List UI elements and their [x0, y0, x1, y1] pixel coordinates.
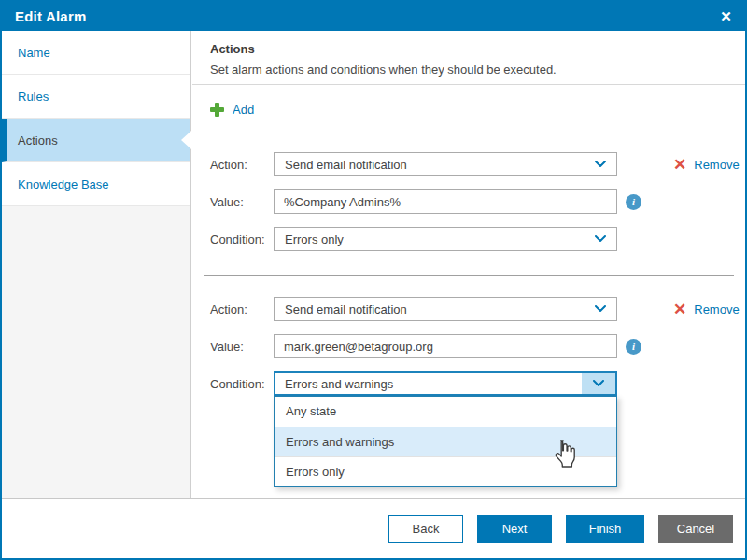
- info-icon[interactable]: i: [626, 339, 641, 355]
- sidebar-item-label: Name: [18, 46, 50, 60]
- condition-select-1[interactable]: Errors only: [274, 227, 617, 251]
- value-label: Value:: [210, 340, 274, 354]
- remove-action-button-2[interactable]: ✕ Remove: [673, 301, 740, 317]
- sidebar-item-knowledge-base[interactable]: Knowledge Base: [2, 162, 190, 206]
- condition-dropdown-list: Any state Errors and warnings Errors onl…: [274, 396, 617, 487]
- step-header: Actions Set alarm actions and conditions…: [192, 31, 747, 85]
- action-block-2: Action: Send email notification ✕ Remove…: [210, 297, 747, 396]
- dialog-footer: Back Next Finish Cancel: [2, 498, 745, 558]
- dropdown-option-errors-only[interactable]: Errors only: [275, 456, 616, 486]
- page-title: Actions: [210, 42, 728, 56]
- sidebar-item-label: Rules: [18, 90, 49, 104]
- add-action-button[interactable]: Add: [210, 103, 254, 117]
- value-label: Value:: [210, 195, 274, 209]
- info-icon[interactable]: i: [626, 194, 641, 210]
- back-button[interactable]: Back: [388, 515, 463, 543]
- action-select-1[interactable]: Send email notification: [274, 152, 617, 176]
- sidebar-item-label: Actions: [18, 133, 58, 147]
- chevron-down-icon: [585, 228, 616, 250]
- condition-select-2-open[interactable]: Errors and warnings: [274, 371, 617, 396]
- edit-alarm-dialog: Edit Alarm ✕ Name Rules Actions Knowledg…: [0, 0, 747, 560]
- close-icon[interactable]: ✕: [720, 9, 732, 23]
- action-select-2[interactable]: Send email notification: [274, 297, 617, 321]
- dropdown-option-any-state[interactable]: Any state: [275, 397, 616, 427]
- dropdown-option-errors-and-warnings[interactable]: Errors and warnings: [275, 427, 616, 456]
- sidebar-item-label: Knowledge Base: [18, 177, 109, 191]
- remove-x-icon: ✕: [673, 301, 686, 317]
- sidebar-item-actions[interactable]: Actions: [2, 119, 190, 162]
- chevron-down-icon: [585, 298, 616, 320]
- next-button[interactable]: Next: [477, 515, 552, 543]
- sidebar-item-rules[interactable]: Rules: [2, 75, 190, 119]
- chevron-down-icon: [582, 373, 615, 394]
- finish-button[interactable]: Finish: [566, 515, 644, 543]
- remove-action-button-1[interactable]: ✕ Remove: [673, 157, 740, 173]
- remove-x-icon: ✕: [673, 157, 686, 173]
- value-input-1[interactable]: [274, 189, 617, 214]
- block-divider: [204, 275, 734, 276]
- plus-icon: [210, 103, 224, 117]
- page-description: Set alarm actions and conditions when th…: [210, 63, 728, 77]
- main-panel: Actions Set alarm actions and conditions…: [192, 31, 747, 498]
- dialog-title: Edit Alarm: [15, 8, 86, 24]
- cancel-button[interactable]: Cancel: [658, 515, 733, 543]
- add-label: Add: [233, 103, 254, 117]
- condition-label: Condition:: [210, 232, 274, 246]
- chevron-down-icon: [585, 153, 616, 175]
- action-label: Action:: [210, 302, 274, 316]
- wizard-sidebar: Name Rules Actions Knowledge Base: [2, 31, 191, 498]
- sidebar-item-name[interactable]: Name: [2, 31, 190, 75]
- condition-label: Condition:: [210, 377, 274, 391]
- value-input-2[interactable]: [274, 334, 617, 358]
- title-bar: Edit Alarm ✕: [2, 2, 745, 31]
- action-label: Action:: [210, 158, 274, 172]
- action-block-1: Action: Send email notification ✕ Remove…: [210, 152, 747, 251]
